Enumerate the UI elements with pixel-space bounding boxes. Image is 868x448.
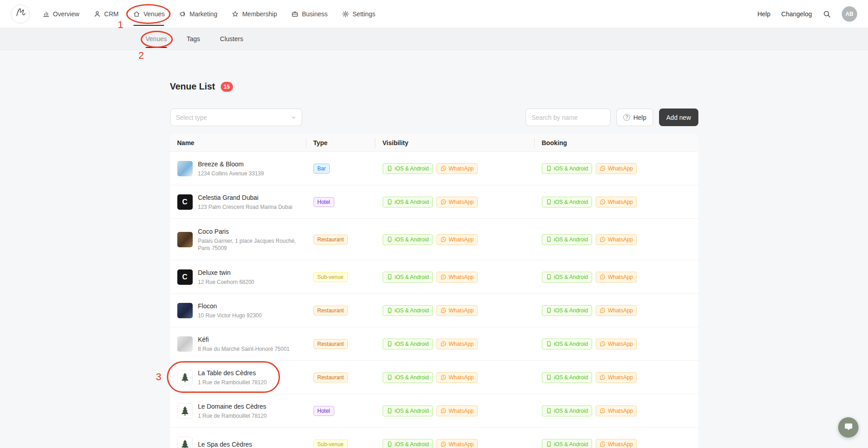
top-nav: OverviewCRMVenuesMarketingMembershipBusi… (0, 0, 868, 28)
help-button[interactable]: ? Help (617, 108, 653, 126)
whatsapp-icon (441, 408, 446, 414)
tab-clusters[interactable]: Clusters (220, 28, 243, 50)
ios-android-badge: iOS & Android (383, 272, 433, 283)
nav-item-label: Settings (352, 10, 375, 18)
badge-label: iOS & Android (395, 274, 429, 280)
chat-icon (844, 422, 854, 434)
search-input[interactable] (526, 108, 611, 126)
whatsapp-badge: WhatsApp (596, 372, 637, 383)
whatsapp-badge: WhatsApp (596, 406, 637, 416)
changelog-link[interactable]: Changelog (781, 10, 812, 18)
nav-item-settings[interactable]: Settings (342, 0, 375, 28)
whatsapp-icon (441, 341, 446, 347)
whatsapp-badge: WhatsApp (436, 197, 478, 207)
venue-name-block: Flocon10 Rue Victor Hugo 92300 (198, 302, 262, 319)
ios-android-badge: iOS & Android (383, 197, 433, 207)
mobile-icon (387, 274, 393, 280)
tab-venues[interactable]: Venues (146, 28, 167, 50)
nav-item-label: CRM (104, 10, 119, 18)
brand-logo[interactable] (11, 5, 30, 24)
whatsapp-badge: WhatsApp (436, 439, 478, 448)
bar-chart-icon (43, 10, 50, 18)
table-row[interactable]: Le Spa des CèdresSub-venueiOS & AndroidW… (170, 428, 698, 448)
venue-name-block: Celestia Grand Dubai123 Palm Crescent Ro… (198, 193, 293, 211)
type-tag: Hotel (313, 197, 334, 207)
badge-label: iOS & Android (554, 274, 588, 280)
visibility-cell: iOS & AndroidWhatsApp (375, 197, 535, 207)
nav-item-crm[interactable]: CRM (94, 0, 119, 28)
type-cell: Restaurant (306, 306, 375, 316)
whatsapp-icon (441, 236, 446, 242)
page-header: Venue List 15 (170, 81, 698, 92)
badge-label: WhatsApp (608, 199, 633, 205)
nav-item-label: Business (302, 10, 327, 18)
add-new-button[interactable]: Add new (659, 108, 698, 126)
table-row[interactable]: Breeze & Bloom1234 Collins Avenue 33139B… (170, 152, 698, 185)
ios-android-badge: iOS & Android (542, 406, 592, 416)
type-cell: Sub-venue (306, 439, 375, 448)
whatsapp-badge: WhatsApp (436, 234, 478, 245)
venue-thumbnail: C (177, 194, 193, 210)
toolbar: Select type ? Help Add new (170, 108, 698, 126)
venue-thumbnail (177, 232, 193, 247)
mobile-icon (546, 307, 552, 313)
nav-item-overview[interactable]: Overview (43, 0, 79, 28)
annotation-number-2: 2 (138, 50, 144, 61)
nav-item-label: Venues (143, 10, 165, 18)
chat-launcher[interactable] (838, 417, 859, 438)
nav-item-venues[interactable]: Venues (133, 0, 165, 28)
tab-tags[interactable]: Tags (187, 28, 200, 50)
venue-address: 12 Rue Coehorn 68200 (198, 278, 255, 286)
whatsapp-icon (600, 374, 606, 380)
table-row[interactable]: CDeluxe twin12 Rue Coehorn 68200Sub-venu… (170, 260, 698, 294)
ios-android-badge: iOS & Android (383, 234, 433, 245)
mobile-icon (387, 199, 393, 205)
badge-label: iOS & Android (554, 408, 588, 414)
type-tag: Hotel (313, 406, 334, 416)
gear-icon (342, 10, 349, 18)
badge-label: WhatsApp (608, 374, 633, 381)
badge-label: iOS & Android (395, 441, 429, 448)
nav-item-membership[interactable]: Membership (232, 0, 277, 28)
table-row[interactable]: Flocon10 Rue Victor Hugo 92300Restaurant… (170, 294, 698, 327)
venue-thumbnail (177, 336, 193, 352)
badge-label: WhatsApp (449, 274, 474, 280)
nav-item-label: Membership (242, 10, 277, 18)
name-cell: La Table des Cèdres1 Rue de Rambouillet … (170, 368, 306, 386)
whatsapp-badge: WhatsApp (436, 163, 478, 174)
nav-item-label: Overview (53, 10, 79, 18)
visibility-cell: iOS & AndroidWhatsApp (375, 163, 535, 174)
ios-android-badge: iOS & Android (542, 339, 592, 349)
avatar[interactable]: AB (842, 6, 857, 22)
mobile-icon (546, 165, 552, 171)
type-filter-select[interactable]: Select type (170, 108, 302, 126)
col-header-name: Name (170, 134, 306, 152)
table-row[interactable]: Coco ParisPalais Garnier, 1 place Jacque… (170, 219, 698, 260)
name-cell: Kéfi8 Rue du Marché Saint-Honoré 75001 (170, 335, 306, 353)
badge-label: WhatsApp (449, 441, 474, 448)
whatsapp-icon (441, 374, 446, 380)
booking-cell: iOS & AndroidWhatsApp (535, 305, 698, 316)
table-row[interactable]: La Table des Cèdres1 Rue de Rambouillet … (170, 361, 698, 394)
visibility-cell: iOS & AndroidWhatsApp (375, 406, 535, 416)
sub-tabbar: VenuesTagsClusters (0, 28, 868, 50)
whatsapp-icon (441, 441, 446, 447)
whatsapp-icon (600, 341, 606, 347)
whatsapp-badge: WhatsApp (596, 163, 637, 174)
badge-label: WhatsApp (608, 441, 633, 448)
home-icon (133, 10, 140, 18)
ios-android-badge: iOS & Android (542, 234, 592, 245)
badge-label: iOS & Android (395, 341, 429, 347)
booking-cell: iOS & AndroidWhatsApp (535, 272, 698, 283)
mobile-icon (546, 408, 552, 414)
nav-item-business[interactable]: Business (291, 0, 327, 28)
booking-cell: iOS & AndroidWhatsApp (535, 406, 698, 416)
table-row[interactable]: CCelestia Grand Dubai123 Palm Crescent R… (170, 185, 698, 219)
table-row[interactable]: Le Domaine des Cèdres1 Rue de Rambouille… (170, 394, 698, 428)
venue-name: Breeze & Bloom (198, 160, 264, 169)
nav-item-marketing[interactable]: Marketing (179, 0, 217, 28)
search-icon[interactable] (823, 10, 831, 18)
help-link[interactable]: Help (757, 10, 770, 18)
table-row[interactable]: Kéfi8 Rue du Marché Saint-Honoré 75001Re… (170, 327, 698, 361)
whatsapp-icon (600, 441, 606, 447)
